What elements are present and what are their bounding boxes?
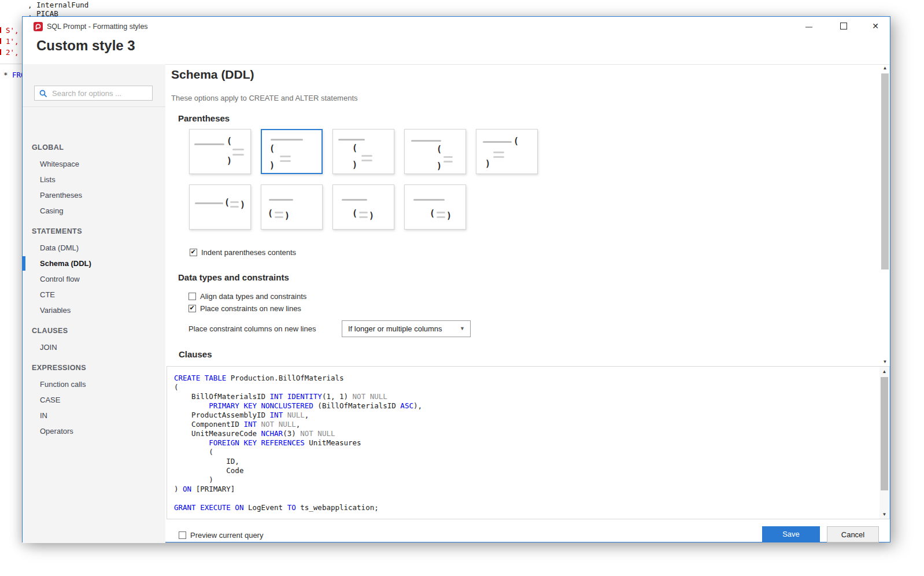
scroll-down-icon[interactable]: ▼ bbox=[880, 358, 890, 366]
code-line: ID, bbox=[174, 457, 422, 466]
preview-current-query-checkbox[interactable] bbox=[179, 531, 186, 539]
align-data-types-checkbox[interactable] bbox=[189, 293, 196, 300]
sidebar-item-casing[interactable]: Casing bbox=[40, 206, 63, 215]
scrollbar-thumb[interactable] bbox=[881, 377, 888, 490]
page-subtitle: These options apply to CREATE and ALTER … bbox=[171, 94, 358, 102]
paren-style-2-selected[interactable]: () bbox=[261, 129, 323, 174]
align-data-types-label: Align data types and constraints bbox=[200, 292, 306, 301]
open-paren-glyph: ( bbox=[227, 137, 232, 146]
code-line: UnitMeasureCode NCHAR(3) NOT NULL bbox=[174, 429, 422, 438]
maximize-button[interactable] bbox=[837, 19, 851, 33]
open-paren-glyph: ( bbox=[269, 145, 275, 153]
constraint-columns-label: Place constraint columns on new lines bbox=[189, 324, 316, 333]
code-line-glyph bbox=[493, 152, 504, 153]
bg-clipped-text bbox=[0, 49, 1, 55]
close-paren-glyph: ) bbox=[269, 161, 275, 170]
sidebar-item-cte[interactable]: CTE bbox=[40, 290, 55, 299]
sql-prompt-logo-icon bbox=[34, 22, 43, 31]
code-line: Code bbox=[174, 466, 422, 475]
open-paren-glyph: ( bbox=[352, 144, 357, 153]
close-paren-glyph: ) bbox=[240, 201, 245, 209]
cancel-button[interactable]: Cancel bbox=[827, 526, 879, 542]
sidebar-item-operators[interactable]: Operators bbox=[40, 427, 73, 435]
code-line-glyph bbox=[493, 156, 504, 158]
sidebar-item-lists[interactable]: Lists bbox=[40, 175, 56, 184]
close-paren-glyph: ) bbox=[485, 160, 490, 168]
code-line-glyph bbox=[338, 139, 365, 141]
code-line-glyph bbox=[280, 160, 291, 162]
paren-style-6[interactable]: () bbox=[189, 184, 251, 230]
code-line-glyph bbox=[361, 160, 372, 161]
preview-scrollbar[interactable]: ▲ ▼ bbox=[879, 367, 889, 519]
code-line: ) ON [PRIMARY] bbox=[174, 485, 422, 494]
close-paren-glyph: ) bbox=[284, 212, 290, 220]
code-line-glyph bbox=[232, 154, 244, 156]
clauses-heading: Clauses bbox=[179, 349, 212, 359]
sidebar-section-statements: STATEMENTS bbox=[32, 227, 82, 235]
bg-divider bbox=[0, 64, 22, 64]
open-paren-glyph: ( bbox=[224, 198, 230, 207]
sidebar-item-schema-ddl[interactable]: Schema (DDL) bbox=[40, 259, 91, 268]
paren-style-3[interactable]: () bbox=[332, 129, 394, 174]
close-icon: ✕ bbox=[872, 21, 879, 31]
scroll-down-icon[interactable]: ▼ bbox=[879, 511, 889, 519]
bg-editor-line: , InternalFund bbox=[28, 1, 88, 9]
open-paren-glyph: ( bbox=[430, 209, 435, 218]
style-name-heading: Custom style 3 bbox=[36, 38, 135, 54]
close-button[interactable]: ✕ bbox=[868, 19, 882, 33]
code-line-glyph bbox=[359, 212, 368, 213]
code-line: ProductAssemblyID INT NULL, bbox=[174, 411, 422, 420]
save-button[interactable]: Save bbox=[762, 526, 820, 542]
formatting-styles-dialog: SQL Prompt - Formatting styles ✕ Custom … bbox=[22, 16, 890, 542]
bg-clipped-text bbox=[0, 27, 1, 33]
chevron-down-icon: ▼ bbox=[460, 326, 465, 331]
code-line-glyph bbox=[269, 199, 293, 201]
close-paren-glyph: ) bbox=[227, 157, 232, 165]
paren-style-1[interactable]: () bbox=[189, 129, 251, 174]
sidebar-section-clauses: CLAUSES bbox=[32, 327, 68, 335]
sidebar-item-whitespace[interactable]: Whitespace bbox=[40, 160, 79, 168]
code-line: ComponentID INT NOT NULL, bbox=[174, 420, 422, 429]
search-input[interactable] bbox=[52, 87, 149, 99]
paren-style-7[interactable]: () bbox=[261, 184, 323, 230]
sidebar-item-case[interactable]: CASE bbox=[40, 396, 60, 404]
sidebar-item-function-calls[interactable]: Function calls bbox=[40, 380, 86, 389]
paren-style-9[interactable]: () bbox=[404, 184, 466, 230]
code-line-glyph bbox=[342, 199, 367, 201]
paren-style-4[interactable]: () bbox=[404, 129, 466, 174]
sidebar-item-in[interactable]: IN bbox=[40, 411, 47, 420]
scrollbar-thumb[interactable] bbox=[881, 73, 889, 269]
scroll-up-icon[interactable]: ▲ bbox=[879, 368, 889, 376]
code-line-glyph bbox=[413, 199, 445, 201]
page-title: Schema (DDL) bbox=[171, 68, 254, 82]
code-line bbox=[174, 494, 422, 503]
sidebar-item-parentheses[interactable]: Parentheses bbox=[40, 191, 82, 200]
sidebar-item-variables[interactable]: Variables bbox=[40, 306, 71, 315]
indent-parentheses-checkbox[interactable] bbox=[190, 249, 197, 256]
data-types-heading: Data types and constraints bbox=[178, 272, 289, 282]
indent-parentheses-label: Indent parentheses contents bbox=[201, 248, 296, 257]
sidebar-section-expressions: EXPRESSIONS bbox=[32, 364, 86, 372]
sidebar-item-control-flow[interactable]: Control flow bbox=[40, 275, 80, 283]
minimize-button[interactable] bbox=[802, 19, 816, 33]
bg-select-line: * FROM bbox=[3, 71, 22, 79]
paren-style-8[interactable]: () bbox=[332, 184, 394, 230]
constraint-columns-dropdown[interactable]: If longer or multiple columns ▼ bbox=[342, 320, 471, 337]
sidebar-item-data-dml[interactable]: Data (DML) bbox=[40, 243, 79, 252]
options-scrollbar[interactable]: ▲ ▼ bbox=[880, 64, 890, 366]
place-constraints-checkbox[interactable] bbox=[189, 305, 196, 312]
code-line: BillOfMaterialsID INT IDENTITY(1, 1) NOT… bbox=[174, 392, 422, 401]
code-line-glyph bbox=[361, 155, 372, 157]
paren-style-5[interactable]: () bbox=[476, 129, 538, 174]
sidebar-item-join[interactable]: JOIN bbox=[40, 343, 57, 352]
scroll-up-icon[interactable]: ▲ bbox=[880, 64, 890, 72]
parentheses-heading: Parentheses bbox=[178, 113, 230, 123]
window-title: SQL Prompt - Formatting styles bbox=[47, 23, 148, 31]
dropdown-value: If longer or multiple columns bbox=[348, 324, 442, 333]
code-line-glyph bbox=[230, 201, 239, 203]
code-line: ) bbox=[174, 475, 422, 485]
code-line-glyph bbox=[411, 140, 441, 142]
code-line-glyph bbox=[275, 216, 283, 218]
code-line: GRANT EXECUTE ON LogEvent TO ts_webappli… bbox=[174, 503, 422, 512]
code-line-glyph bbox=[359, 216, 368, 218]
